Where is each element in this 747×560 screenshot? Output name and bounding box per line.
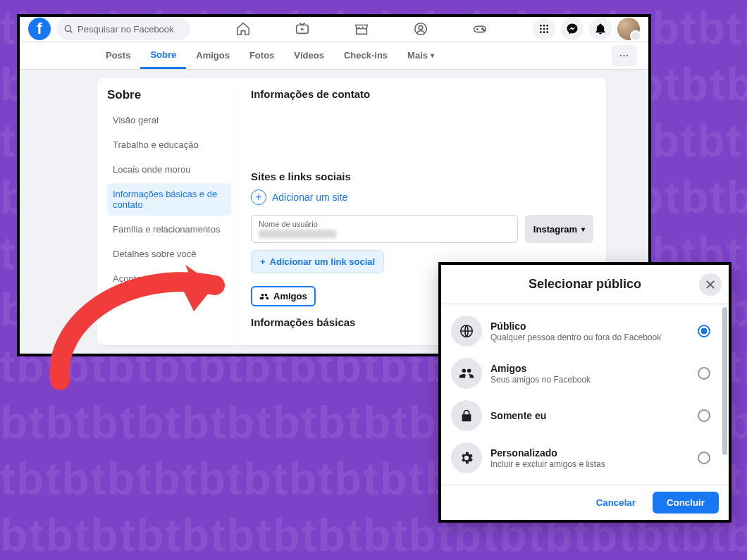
option-only-me[interactable]: Somente eu (451, 394, 710, 437)
tab-amigos[interactable]: Amigos (186, 42, 240, 69)
svg-point-11 (540, 28, 542, 30)
avatar[interactable] (617, 18, 640, 40)
center-nav (196, 17, 527, 41)
topbar: f Pesquisar no Facebook (20, 17, 648, 42)
facebook-logo[interactable]: f (28, 18, 51, 40)
tab-sobre[interactable]: Sobre (140, 42, 186, 69)
home-icon[interactable] (231, 17, 255, 41)
modal-footer: Cancelar Concluir (441, 485, 729, 520)
option-custom[interactable]: Personalizado Incluir e excluir amigos e… (451, 437, 710, 479)
audience-button[interactable]: Amigos (251, 286, 316, 306)
svg-line-1 (70, 31, 72, 33)
close-icon (705, 279, 716, 290)
username-label: Nome de usuário (259, 220, 510, 228)
notifications-button[interactable] (589, 18, 612, 40)
gaming-icon[interactable] (468, 17, 492, 41)
svg-point-8 (540, 25, 542, 27)
svg-point-4 (419, 26, 423, 30)
about-sidebar: Sobre Visão geral Trabalho e educação Lo… (97, 78, 238, 345)
svg-point-12 (543, 28, 545, 30)
radio-selected[interactable] (698, 325, 710, 337)
modal-header: Selecionar público (441, 265, 729, 304)
messenger-button[interactable] (561, 18, 584, 40)
tab-mais[interactable]: Mais▾ (397, 42, 444, 69)
watch-icon[interactable] (290, 17, 314, 41)
friends-icon (259, 292, 269, 301)
sidebar-item-places[interactable]: Locais onde morou (107, 158, 231, 180)
sidebar-item-contact-basic[interactable]: Informações básicas e de contato (107, 183, 231, 216)
svg-point-7 (483, 30, 485, 31)
svg-point-0 (65, 26, 70, 32)
audience-modal: Selecionar público Público Qualquer pess… (438, 262, 731, 523)
radio[interactable] (698, 367, 710, 380)
sidebar-item-work[interactable]: Trabalho e educação (107, 134, 231, 156)
svg-point-14 (540, 32, 542, 34)
radio[interactable] (698, 409, 710, 422)
right-icons (533, 18, 640, 40)
svg-point-10 (546, 25, 548, 27)
radio[interactable] (698, 452, 710, 464)
gear-icon (451, 442, 482, 473)
sidebar-item-details[interactable]: Detalhes sobre você (107, 243, 231, 265)
add-social-link-button[interactable]: + Adicionar um link social (251, 250, 384, 273)
friends-icon (451, 358, 482, 389)
cancel-button[interactable]: Cancelar (586, 492, 646, 513)
tab-videos[interactable]: Vídeos (284, 42, 334, 69)
overflow-button[interactable]: ··· (612, 45, 637, 66)
scrollbar[interactable] (720, 304, 729, 485)
tab-fotos[interactable]: Fotos (240, 42, 284, 69)
svg-point-9 (543, 25, 545, 27)
contact-section-title: Informações de contato (251, 88, 593, 100)
menu-button[interactable] (533, 18, 555, 40)
sidebar-item-family[interactable]: Família e relacionamentos (107, 218, 231, 240)
username-value-blurred (259, 230, 336, 238)
modal-title: Selecionar público (529, 277, 641, 292)
modal-options: Público Qualquer pessoa dentro ou fora d… (441, 304, 720, 485)
svg-point-16 (546, 32, 548, 34)
option-close-friends[interactable]: Amigos próximos Sua lista personalizada (451, 479, 710, 485)
platform-select[interactable]: Instagram ▾ (525, 215, 593, 243)
sidebar-item-overview[interactable]: Visão geral (107, 109, 231, 131)
search-input[interactable]: Pesquisar no Facebook (56, 18, 190, 40)
done-button[interactable]: Concluir (653, 492, 719, 514)
tab-posts[interactable]: Posts (96, 42, 140, 69)
search-icon (63, 24, 73, 34)
chevron-down-icon: ▾ (581, 225, 585, 233)
search-placeholder: Pesquisar no Facebook (78, 24, 174, 35)
globe-icon (451, 316, 482, 347)
svg-point-15 (543, 32, 545, 34)
lock-icon (451, 400, 482, 431)
sidebar-title: Sobre (107, 88, 231, 102)
svg-point-13 (546, 28, 548, 30)
plus-icon: + (260, 256, 266, 267)
chevron-down-icon: ▾ (431, 51, 434, 59)
option-friends[interactable]: Amigos Seus amigos no Facebook (451, 352, 710, 394)
tab-checkins[interactable]: Check-ins (334, 42, 397, 69)
plus-circle-icon: + (251, 189, 266, 205)
profile-tabs: Posts Sobre Amigos Fotos Vídeos Check-in… (20, 42, 648, 70)
social-section-title: Sites e links sociais (251, 170, 593, 182)
username-field[interactable]: Nome de usuário (251, 215, 518, 243)
add-site-button[interactable]: + Adicionar um site (251, 189, 593, 205)
marketplace-icon[interactable] (350, 17, 374, 41)
option-public[interactable]: Público Qualquer pessoa dentro ou fora d… (451, 310, 710, 352)
close-button[interactable] (699, 273, 722, 296)
groups-icon[interactable] (409, 17, 433, 41)
sidebar-item-events[interactable]: Acontecimentos (107, 268, 231, 290)
